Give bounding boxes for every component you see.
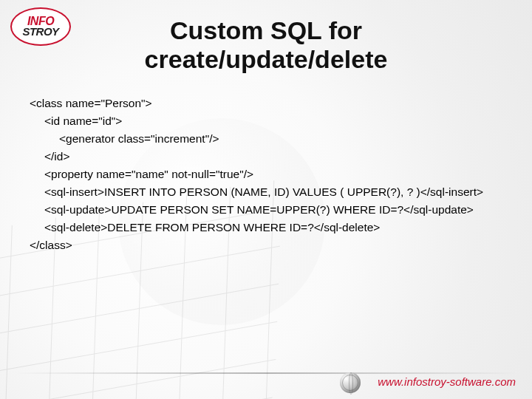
code-line: <class name="Person"> [30,95,502,112]
company-logo: INFO STROY [10,7,71,46]
code-line: <sql-delete>DELETE FROM PERSON WHERE ID=… [30,219,502,236]
code-line: <generator class="increment"/> [30,130,502,148]
logo-line-2: STROY [22,27,58,37]
footer: www.infostroy-software.com [0,372,532,395]
code-line: <property name="name" not-null="true"/> [30,166,502,183]
title-line-2: create/update/delete [145,45,388,73]
code-block: <class name="Person"> <id name="id"> <ge… [30,95,502,254]
footer-url: www.infostroy-software.com [378,375,516,388]
code-line: <sql-update>UPDATE PERSON SET NAME=UPPER… [30,201,502,219]
code-line: </class> [30,236,502,254]
code-line: </id> [30,148,502,166]
title-line-1: Custom SQL for [170,16,362,44]
globe-icon [340,372,361,393]
code-line: <sql-insert>INSERT INTO PERSON (NAME, ID… [30,183,502,201]
slide-title: Custom SQL for create/update/delete [0,16,532,74]
code-line: <id name="id"> [30,112,502,130]
